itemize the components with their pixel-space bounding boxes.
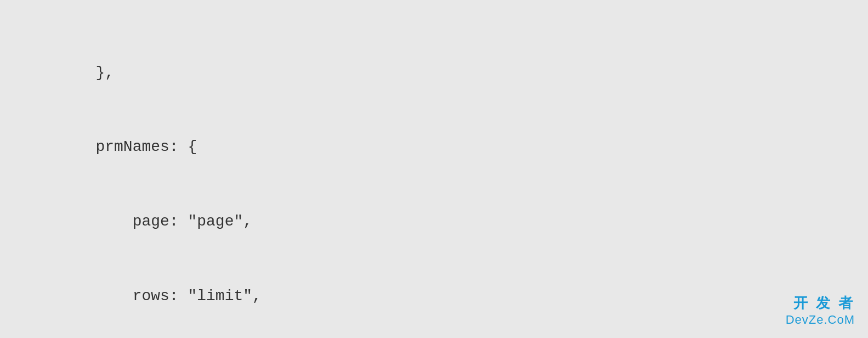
code-line-3: page: "page",	[22, 209, 846, 234]
code-block: }, prmNames: { page: "page", rows: "limi…	[0, 0, 868, 338]
watermark: 开 发 者 DevZe.CoM	[786, 294, 855, 328]
code-line-1: },	[22, 60, 846, 86]
watermark-url: DevZe.CoM	[786, 312, 855, 328]
watermark-chinese: 开 发 者	[786, 294, 855, 313]
code-line-4: rows: "limit",	[22, 284, 846, 309]
code-line-2: prmNames: {	[22, 134, 846, 160]
